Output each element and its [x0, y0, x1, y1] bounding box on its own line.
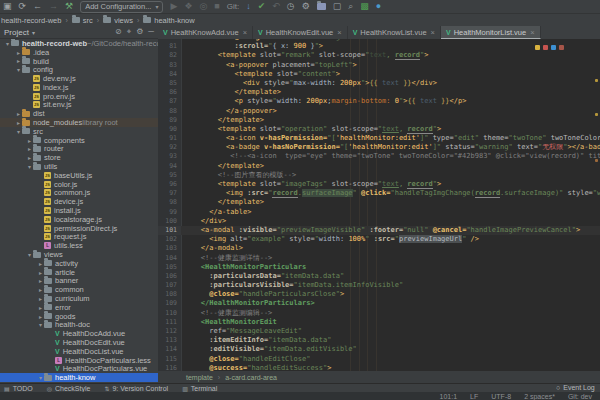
terminal-button[interactable]: ▥Terminal	[182, 385, 217, 392]
search-everywhere-icon[interactable]: ⌕	[348, 0, 353, 13]
status-file-encoding[interactable]: UTF-8	[491, 393, 511, 400]
line-number[interactable]: 113	[158, 336, 181, 345]
expand-arrow-icon[interactable]: ▸	[26, 137, 33, 144]
line-number[interactable]: 81	[158, 42, 181, 51]
hide-panel-icon[interactable]: ─	[148, 27, 154, 37]
expand-arrow-icon[interactable]: ▸	[15, 57, 22, 64]
line-number[interactable]: 111	[158, 318, 181, 327]
coverage-icon[interactable]: ◎	[199, 0, 207, 13]
editor-tab[interactable]: VHealthMonitorList.vue×	[441, 26, 541, 39]
line-number[interactable]: 103	[158, 244, 181, 253]
tree-item-store[interactable]: ▸store	[0, 153, 158, 162]
collapse-all-icon[interactable]: ⊘	[115, 27, 122, 37]
wrench-icon[interactable]: ⚙	[302, 0, 310, 13]
line-number[interactable]: 110	[158, 309, 181, 318]
project-tree[interactable]: ▾health-record-web ~/GitCode/health-reco…	[0, 39, 158, 384]
expand-arrow-icon[interactable]: ▸	[26, 145, 33, 152]
run-icon[interactable]: ▶	[170, 0, 177, 13]
tree-item-common[interactable]: ▸common	[0, 285, 158, 294]
line-number[interactable]: 104	[158, 254, 181, 263]
line-number[interactable]: 88	[158, 107, 181, 116]
tree-item-goods[interactable]: ▸goods	[0, 312, 158, 321]
line-number[interactable]: 95	[158, 171, 181, 180]
rollback-icon[interactable]: ↶	[272, 0, 280, 13]
tree-item-healthdocparticulars-less[interactable]: LHealthDocParticulars.less	[0, 356, 158, 365]
line-number[interactable]: 93	[158, 152, 181, 161]
expand-arrow-icon[interactable]: ▸	[15, 49, 22, 56]
tree-item-health-doc[interactable]: ▾health-doc	[0, 321, 158, 330]
line-number[interactable]: 92	[158, 143, 181, 152]
back-icon[interactable]: ←	[33, 0, 42, 13]
line-number[interactable]: 100	[158, 217, 181, 226]
expand-arrow-icon[interactable]: ▸	[15, 110, 22, 117]
breadcrumb-item[interactable]: health-record-web	[1, 16, 61, 25]
tree-item-src[interactable]: ▾src	[0, 127, 158, 136]
breadcrumb-item[interactable]: src	[72, 16, 93, 25]
expand-arrow-icon[interactable]: ▸	[37, 269, 44, 276]
tree-item-article[interactable]: ▸article	[0, 268, 158, 277]
expand-arrow-icon[interactable]: ▸	[37, 295, 44, 302]
tree-item-components[interactable]: ▸components	[0, 136, 158, 145]
todo-button[interactable]: ▤TODO	[4, 385, 33, 392]
project-panel-header[interactable]: Project ▾ ⊘⌖⚙─	[0, 26, 158, 39]
line-number[interactable]: 112	[158, 327, 181, 336]
line-number[interactable]: 94	[158, 162, 181, 171]
close-icon[interactable]: ×	[337, 28, 341, 37]
expand-arrow-icon[interactable]: ▾	[26, 163, 33, 170]
tree-item-localstorage-js[interactable]: JSlocalstorage.js	[0, 215, 158, 224]
editor-tab[interactable]: VHealthKnowList.vue×	[348, 26, 441, 39]
editor-tab[interactable]: VHealthKnowEdit.vue×	[253, 26, 348, 39]
event-log-button[interactable]: ○ Event Log	[556, 383, 600, 392]
build-hammer-icon[interactable]: ⚒	[65, 0, 73, 13]
expand-arrow-icon[interactable]: ▾	[37, 374, 44, 381]
editor-breadcrumb-item[interactable]: a-card.card-area	[225, 374, 277, 381]
error-stripe-mark[interactable]	[595, 113, 598, 116]
close-icon[interactable]: ×	[431, 28, 435, 37]
forward-icon[interactable]: →	[49, 0, 58, 13]
update-project-icon[interactable]: ↓	[246, 0, 251, 13]
tree-item-request-js[interactable]: JSrequest.js	[0, 233, 158, 242]
app-icon[interactable]: ▣	[3, 0, 12, 13]
error-stripe-mark[interactable]	[595, 79, 598, 82]
locate-file-icon[interactable]: ⌖	[127, 27, 132, 37]
status-line-separator[interactable]: LF	[470, 393, 478, 400]
line-number[interactable]: 82	[158, 51, 181, 60]
folder-icon[interactable]	[317, 3, 326, 10]
tree-item-baseutils-js[interactable]: JSbaseUtils.js	[0, 171, 158, 180]
editor-tab[interactable]: VHealthKnowAdd.vue×	[158, 26, 253, 39]
stop-icon[interactable]: ■	[214, 0, 219, 13]
tree-item-activity[interactable]: ▸activity	[0, 259, 158, 268]
plugin-green-icon[interactable]: ▩	[360, 0, 369, 13]
tree-item-utils[interactable]: ▾utils	[0, 162, 158, 171]
breadcrumb-item[interactable]: views	[103, 16, 133, 25]
line-number[interactable]: 89	[158, 116, 181, 125]
tree-item-curriculum[interactable]: ▸curriculum	[0, 294, 158, 303]
tree-item-dev-env-js[interactable]: JSdev.env.js	[0, 74, 158, 83]
expand-arrow-icon[interactable]: ▸	[37, 260, 44, 267]
settings-gear-icon[interactable]: ⚙	[136, 27, 143, 37]
tree-item-router[interactable]: ▸router	[0, 145, 158, 154]
tree-item-index-js[interactable]: JSindex.js	[0, 83, 158, 92]
sync-icon[interactable]: ⟳	[19, 0, 27, 13]
expand-arrow-icon[interactable]: ▾	[37, 321, 44, 328]
tree-item-views[interactable]: ▾views	[0, 250, 158, 259]
line-number[interactable]: 106	[158, 272, 181, 281]
line-number[interactable]: 107	[158, 281, 181, 290]
expand-arrow-icon[interactable]: ▾	[4, 40, 11, 47]
tree-item-healthdocedit-vue[interactable]: VHealthDocEdit.vue	[0, 338, 158, 347]
tree-item-banner[interactable]: ▸banner	[0, 277, 158, 286]
line-number[interactable]: 85	[158, 79, 181, 88]
gradle-blue-icon[interactable]: ●	[376, 0, 381, 13]
tree-item-color-js[interactable]: JScolor.js	[0, 180, 158, 189]
tree-item-healthdocadd-vue[interactable]: VHealthDocAdd.vue	[0, 329, 158, 338]
line-number[interactable]: 84	[158, 70, 181, 79]
line-number[interactable]: 109	[158, 299, 181, 308]
commit-icon[interactable]: ✔	[258, 0, 266, 13]
tree-item-permissiondirect-js[interactable]: JSpermissionDirect.js	[0, 224, 158, 233]
line-number[interactable]: 115	[158, 355, 181, 364]
tree-item-utils-less[interactable]: Lutils.less	[0, 241, 158, 250]
line-number[interactable]: 102	[158, 235, 181, 244]
line-number[interactable]: 97	[158, 189, 181, 198]
line-number[interactable]: 116	[158, 364, 181, 371]
error-stripe-mark[interactable]	[595, 159, 598, 162]
